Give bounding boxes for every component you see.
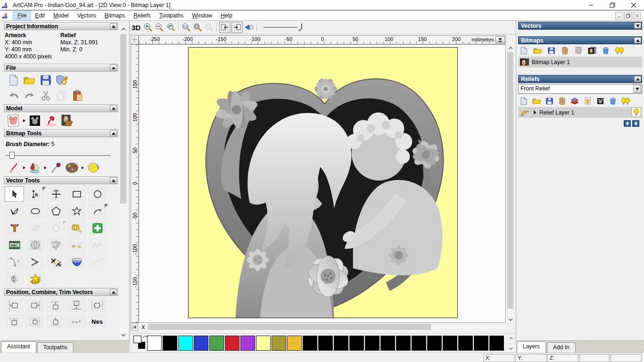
new-relief-icon[interactable] (519, 97, 528, 105)
menu-bitmaps[interactable]: Bitmaps (100, 11, 129, 20)
zoom-object-button[interactable] (203, 22, 215, 33)
palette-swatch[interactable] (147, 336, 162, 351)
ruler-corner-button[interactable] (131, 35, 139, 44)
palette-swatch[interactable] (349, 336, 364, 351)
mirror-vectors-button[interactable] (5, 271, 24, 287)
palette-swatch[interactable] (334, 336, 348, 351)
scroll-down-button[interactable] (508, 345, 514, 352)
scroll-down-button[interactable] (119, 331, 127, 338)
palette-swatch[interactable] (194, 336, 208, 351)
palette-icon[interactable] (65, 162, 79, 174)
redo-icon[interactable] (23, 90, 37, 102)
node-editing-button[interactable] (25, 186, 45, 202)
create-arc-button[interactable] (88, 203, 107, 219)
wrap-star-button[interactable] (25, 271, 45, 287)
close-button[interactable] (623, 0, 644, 10)
center-vertical-button[interactable] (5, 314, 24, 329)
scroll-up-button[interactable] (506, 44, 514, 51)
collapse-button[interactable] (634, 76, 641, 82)
lighting-material-icon[interactable] (44, 115, 58, 127)
flood-fill-icon[interactable] (28, 162, 42, 174)
palette-swatch[interactable] (272, 336, 286, 351)
palette-swatch[interactable] (489, 336, 504, 351)
create-text-button[interactable] (5, 220, 24, 236)
open-model-icon[interactable] (23, 74, 37, 86)
delete-relief-icon[interactable] (608, 97, 618, 105)
save-model-icon[interactable] (39, 74, 53, 86)
copy-bitmap-icon[interactable] (587, 46, 597, 55)
palette-swatch[interactable] (458, 336, 473, 351)
collapse-button[interactable] (110, 65, 117, 71)
model-to-greyscale-icon[interactable] (28, 115, 42, 127)
scroll-up-button[interactable] (508, 335, 514, 342)
collapse-button[interactable] (110, 23, 117, 29)
create-star-button[interactable] (67, 203, 86, 219)
relief-set-select[interactable]: Front Relief (518, 84, 642, 94)
align-right-button[interactable] (25, 298, 44, 313)
undo-icon[interactable] (7, 90, 21, 102)
menu-toolpaths[interactable]: Toolpaths (155, 11, 188, 20)
texture-bitmap-icon[interactable] (560, 46, 570, 55)
clear-bitmap-icon[interactable] (574, 46, 583, 55)
canvas-horizontal-scrollbar[interactable] (139, 323, 506, 331)
transfer-relief-icon[interactable] (570, 97, 579, 105)
canvas-vertical-scrollbar[interactable] (506, 44, 515, 323)
expand-arrow-icon[interactable] (533, 110, 537, 115)
collapse-button[interactable] (110, 289, 117, 295)
envelope-distort-button[interactable] (25, 237, 45, 253)
align-top-button[interactable] (46, 298, 65, 313)
zoom-previous-button[interactable] (165, 22, 176, 33)
delete-bitmap-icon[interactable] (601, 46, 611, 55)
center-horizontal-button[interactable] (88, 298, 107, 313)
align-bottom-button[interactable] (67, 298, 86, 313)
relief-layer-row[interactable]: + Relief Layer 1 (518, 107, 642, 118)
move-layer-up-button[interactable] (624, 120, 631, 127)
align-left-button[interactable] (5, 298, 24, 313)
zoom-selection-button[interactable] (243, 22, 255, 33)
menu-reliefs[interactable]: Reliefs (129, 11, 155, 20)
slider-handle[interactable] (298, 24, 302, 31)
spin-vectors-button[interactable] (67, 254, 86, 270)
wrap-text-button[interactable] (25, 220, 45, 236)
palette-swatch[interactable] (380, 336, 395, 351)
scatter-copies-button[interactable] (67, 314, 86, 329)
palette-swatch[interactable] (318, 336, 333, 351)
minimize-button[interactable] (580, 0, 602, 10)
scroll-down-button[interactable] (506, 316, 514, 323)
bitmap-layer-row[interactable]: Bitmap Layer 1 (518, 57, 642, 67)
toggle-all-visibility-icon[interactable] (615, 46, 624, 55)
palette-swatch[interactable] (209, 336, 224, 351)
offset-vectors-button[interactable] (46, 220, 66, 236)
mdi-restore-button[interactable] (624, 12, 632, 19)
create-ellipse-button[interactable] (25, 203, 45, 219)
palette-swatch[interactable] (365, 336, 380, 351)
drawing-viewport[interactable] (139, 44, 506, 323)
scroll-thumb[interactable] (120, 34, 126, 204)
scroll-up-button[interactable] (119, 25, 127, 33)
paint-brush-icon[interactable] (7, 162, 21, 174)
texture-flood-fill-icon[interactable] (86, 162, 100, 174)
menu-help[interactable]: Help (216, 11, 237, 20)
colour-picker-icon[interactable] (49, 162, 63, 174)
combo-dropdown-button[interactable] (633, 85, 641, 93)
save-bitmap-icon[interactable] (546, 46, 556, 55)
paste-along-curve-button[interactable] (67, 237, 86, 253)
greyscale-from-model-icon[interactable] (7, 115, 21, 127)
texture-relief-icon[interactable] (557, 97, 567, 105)
greyscale-relief-icon[interactable] (595, 97, 605, 105)
open-bitmap-icon[interactable] (533, 46, 542, 55)
menu-file[interactable]: File (13, 11, 31, 20)
toggle-bitmap-view-button[interactable] (219, 22, 231, 33)
tab-layers[interactable]: Layers (517, 341, 546, 353)
expand-button[interactable] (634, 23, 641, 29)
extend-curve-button[interactable] (88, 254, 107, 270)
slider-track[interactable] (264, 27, 297, 28)
menu-edit[interactable]: Edit (31, 11, 49, 20)
zoom-in-button[interactable] (142, 22, 154, 33)
tab-add-in[interactable]: Add In (547, 342, 576, 353)
fade-vectors-button[interactable] (88, 237, 107, 253)
create-rectangle-button[interactable] (67, 186, 86, 202)
join-vectors-button[interactable] (25, 254, 45, 270)
collapse-button[interactable] (110, 130, 117, 136)
collapse-button[interactable] (110, 177, 117, 183)
